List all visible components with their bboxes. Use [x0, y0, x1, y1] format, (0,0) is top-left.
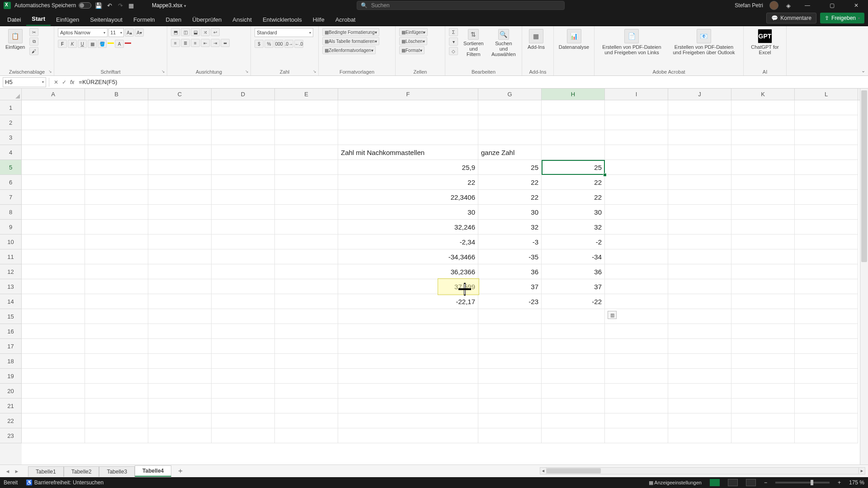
save-icon[interactable]: 💾 — [95, 2, 102, 9]
create-pdf-link-button[interactable]: 📄 Erstellen von PDF-Dateien und Freigebe… — [598, 28, 665, 56]
cell-C23[interactable] — [148, 428, 212, 443]
cell-C19[interactable] — [148, 369, 212, 384]
zoom-level[interactable]: 175 % — [849, 479, 864, 486]
cell-I16[interactable] — [605, 324, 668, 339]
cell-I14[interactable] — [605, 294, 668, 309]
cell-B2[interactable] — [85, 115, 148, 130]
column-header-C[interactable]: C — [148, 89, 212, 100]
cell-G19[interactable] — [478, 369, 542, 384]
minimize-button[interactable]: — — [798, 0, 816, 11]
cell-C12[interactable] — [148, 264, 212, 279]
underline-button[interactable]: U — [78, 40, 87, 48]
cell-J4[interactable] — [668, 145, 731, 160]
cell-E21[interactable] — [275, 399, 338, 413]
cell-D1[interactable] — [212, 100, 275, 115]
sheet-nav-prev[interactable]: ◄ — [4, 467, 12, 475]
hscroll-right-icon[interactable]: ► — [859, 468, 865, 474]
cell-E10[interactable] — [275, 235, 338, 249]
cell-E3[interactable] — [275, 130, 338, 145]
cell-H10[interactable]: -2 — [542, 235, 605, 249]
sort-filter-button[interactable]: ⇅ Sortieren und Filtern — [461, 28, 486, 58]
cell-C2[interactable] — [148, 115, 212, 130]
cell-G16[interactable] — [478, 324, 542, 339]
cell-C17[interactable] — [148, 339, 212, 354]
font-name-combo[interactable]: Aptos Narrow▾ — [58, 28, 108, 37]
cell-I12[interactable] — [605, 264, 668, 279]
number-format-combo[interactable]: Standard▾ — [255, 28, 313, 37]
cell-A20[interactable] — [22, 384, 85, 399]
autosave-toggle[interactable]: Automatisches Speichern — [14, 2, 91, 9]
cell-D20[interactable] — [212, 384, 275, 399]
view-page-layout-button[interactable] — [728, 479, 738, 486]
column-header-G[interactable]: G — [478, 89, 542, 100]
row-header-22[interactable]: 22 — [0, 413, 22, 428]
align-top-button[interactable]: ⬒ — [171, 28, 180, 36]
cell-C13[interactable] — [148, 279, 212, 294]
cell-G10[interactable]: -3 — [478, 235, 542, 249]
name-box[interactable]: H5▾ — [3, 77, 46, 87]
cell-J10[interactable] — [668, 235, 731, 249]
cell-G11[interactable]: -35 — [478, 249, 542, 264]
username-label[interactable]: Stefan Petri — [735, 2, 763, 9]
data-analysis-button[interactable]: 📊 Datenanalyse — [557, 28, 590, 51]
cell-B15[interactable] — [85, 309, 148, 324]
scrollbar-thumb[interactable] — [861, 90, 867, 262]
column-header-B[interactable]: B — [85, 89, 148, 100]
decrease-decimal-button[interactable]: ←.0 — [294, 40, 303, 48]
cell-I1[interactable] — [605, 100, 668, 115]
cell-C1[interactable] — [148, 100, 212, 115]
chatgpt-button[interactable]: GPT ChatGPT for Excel — [747, 28, 783, 56]
align-right-button[interactable]: ≡ — [191, 39, 200, 47]
cell-C18[interactable] — [148, 354, 212, 369]
row-header-7[interactable]: 7 — [0, 190, 22, 205]
cell-E7[interactable] — [275, 190, 338, 205]
cell-B12[interactable] — [85, 264, 148, 279]
cell-L6[interactable] — [795, 175, 858, 190]
cell-K2[interactable] — [731, 115, 795, 130]
cell-G20[interactable] — [478, 384, 542, 399]
cell-J13[interactable] — [668, 279, 731, 294]
select-all-corner[interactable] — [0, 89, 22, 100]
cell-F18[interactable] — [338, 354, 478, 369]
cell-J18[interactable] — [668, 354, 731, 369]
cell-L14[interactable] — [795, 294, 858, 309]
cell-J1[interactable] — [668, 100, 731, 115]
cell-J22[interactable] — [668, 413, 731, 428]
cell-B5[interactable] — [85, 160, 148, 175]
cell-C8[interactable] — [148, 205, 212, 220]
cell-K16[interactable] — [731, 324, 795, 339]
cell-F9[interactable]: 32,246 — [338, 220, 478, 235]
cell-K11[interactable] — [731, 249, 795, 264]
sheet-tab-tabelle2[interactable]: Tabelle2 — [64, 466, 99, 477]
column-header-I[interactable]: I — [605, 89, 668, 100]
cell-E22[interactable] — [275, 413, 338, 428]
cell-I17[interactable] — [605, 339, 668, 354]
cell-A1[interactable] — [22, 100, 85, 115]
cell-H21[interactable] — [542, 399, 605, 413]
cell-G6[interactable]: 22 — [478, 175, 542, 190]
cell-D13[interactable] — [212, 279, 275, 294]
cell-I7[interactable] — [605, 190, 668, 205]
formula-input[interactable]: =KÜRZEN(F5) — [76, 79, 868, 85]
cell-L21[interactable] — [795, 399, 858, 413]
cell-B16[interactable] — [85, 324, 148, 339]
tab-data[interactable]: Daten — [160, 13, 187, 26]
cell-L2[interactable] — [795, 115, 858, 130]
display-settings-button[interactable]: ▦ Anzeigeeinstellungen — [649, 480, 702, 486]
cell-A9[interactable] — [22, 220, 85, 235]
cell-J7[interactable] — [668, 190, 731, 205]
tab-view[interactable]: Ansicht — [227, 13, 257, 26]
cell-A22[interactable] — [22, 413, 85, 428]
cell-L1[interactable] — [795, 100, 858, 115]
cell-D11[interactable] — [212, 249, 275, 264]
cell-F17[interactable] — [338, 339, 478, 354]
cell-G12[interactable]: 36 — [478, 264, 542, 279]
cell-G21[interactable] — [478, 399, 542, 413]
cell-B17[interactable] — [85, 339, 148, 354]
cell-K3[interactable] — [731, 130, 795, 145]
cell-C11[interactable] — [148, 249, 212, 264]
cell-H18[interactable] — [542, 354, 605, 369]
cell-G8[interactable]: 30 — [478, 205, 542, 220]
cell-B11[interactable] — [85, 249, 148, 264]
cell-K1[interactable] — [731, 100, 795, 115]
